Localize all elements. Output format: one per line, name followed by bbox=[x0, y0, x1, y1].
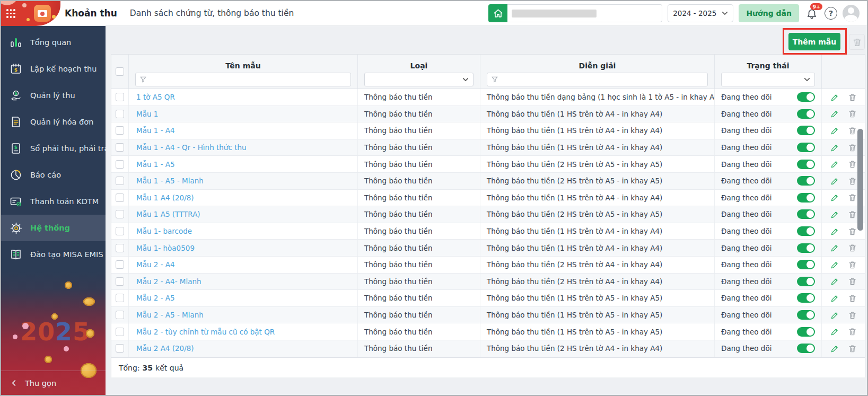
row-checkbox[interactable] bbox=[116, 277, 124, 286]
delete-icon[interactable] bbox=[848, 260, 857, 269]
sidebar-item-bao-cao[interactable]: Báo cáo bbox=[1, 162, 106, 188]
edit-icon[interactable] bbox=[830, 177, 839, 186]
template-name-link[interactable]: Mẫu 1 bbox=[136, 110, 158, 118]
row-checkbox[interactable] bbox=[116, 294, 124, 302]
sidebar-item-thanh-toan-kdtm[interactable]: Thanh toán KDTM New bbox=[1, 188, 106, 215]
delete-icon[interactable] bbox=[848, 93, 857, 102]
status-toggle[interactable] bbox=[797, 92, 815, 102]
template-name-link[interactable]: Mẫu 1 - A4 - Qr - Hình thức thu bbox=[136, 143, 247, 152]
row-checkbox[interactable] bbox=[116, 260, 124, 269]
row-checkbox[interactable] bbox=[116, 244, 124, 252]
sidebar-item-lap-ke-hoach-thu[interactable]: $ Lập kế hoạch thu bbox=[1, 56, 106, 82]
delete-icon[interactable] bbox=[848, 344, 857, 353]
template-name-link[interactable]: Mẫu 1 - A5 bbox=[136, 160, 175, 169]
edit-icon[interactable] bbox=[830, 109, 839, 118]
template-name-link[interactable]: Mẫu 1 A5 (TTTRA) bbox=[136, 210, 200, 218]
row-checkbox[interactable] bbox=[116, 126, 124, 135]
notification-bell-icon[interactable]: 9+ bbox=[804, 5, 819, 21]
row-checkbox[interactable] bbox=[116, 344, 124, 353]
status-toggle[interactable] bbox=[797, 293, 815, 303]
delete-icon[interactable] bbox=[848, 327, 857, 336]
vertical-scrollbar[interactable] bbox=[857, 91, 863, 355]
delete-icon[interactable] bbox=[848, 126, 857, 135]
status-toggle[interactable] bbox=[797, 226, 815, 236]
status-toggle[interactable] bbox=[797, 243, 815, 253]
edit-icon[interactable] bbox=[830, 243, 839, 252]
delete-icon[interactable] bbox=[848, 311, 857, 320]
row-checkbox[interactable] bbox=[116, 328, 124, 336]
status-toggle[interactable] bbox=[797, 143, 815, 152]
status-toggle[interactable] bbox=[797, 344, 815, 353]
template-name-link[interactable]: 1 tờ A5 QR bbox=[136, 93, 175, 101]
sidebar-item-he-thong[interactable]: Hệ thống bbox=[1, 215, 106, 241]
edit-icon[interactable] bbox=[830, 294, 839, 303]
delete-icon[interactable] bbox=[848, 109, 857, 118]
row-checkbox[interactable] bbox=[116, 311, 124, 319]
template-name-link[interactable]: Mẫu 2 - tùy chỉnh từ mẫu cũ có bật QR bbox=[136, 328, 275, 336]
home-button[interactable] bbox=[488, 4, 507, 22]
sidebar-item-dao-tao-misa-emis[interactable]: Đào tạo MISA EMIS bbox=[1, 241, 106, 268]
template-name-link[interactable]: Mẫu 2 - A5 bbox=[136, 294, 175, 302]
collapse-sidebar-button[interactable]: Thu gọn bbox=[1, 371, 106, 395]
delete-icon[interactable] bbox=[848, 193, 857, 202]
row-checkbox[interactable] bbox=[116, 177, 124, 185]
status-toggle[interactable] bbox=[797, 327, 815, 337]
delete-icon[interactable] bbox=[848, 227, 857, 236]
scrollbar-thumb[interactable] bbox=[857, 129, 863, 231]
template-name-link[interactable]: Mẫu 2 - A5 - Mlanh bbox=[136, 311, 204, 319]
edit-icon[interactable] bbox=[830, 344, 839, 353]
row-checkbox[interactable] bbox=[116, 210, 124, 218]
edit-icon[interactable] bbox=[830, 160, 839, 169]
status-toggle[interactable] bbox=[797, 176, 815, 186]
row-checkbox[interactable] bbox=[116, 93, 124, 101]
row-checkbox[interactable] bbox=[116, 160, 124, 169]
sidebar-item-quan-ly-thu[interactable]: $ Quản lý thu bbox=[1, 82, 106, 109]
description-filter-input[interactable] bbox=[487, 73, 708, 86]
template-name-link[interactable]: Mẫu 1 - A5 - Mlanh bbox=[136, 177, 204, 185]
edit-icon[interactable] bbox=[830, 193, 839, 202]
delete-icon[interactable] bbox=[848, 243, 857, 252]
template-name-link[interactable]: Mẫu 1 A4 (20/8) bbox=[136, 193, 194, 202]
status-toggle[interactable] bbox=[797, 310, 815, 320]
edit-icon[interactable] bbox=[830, 277, 839, 286]
school-search-input[interactable] bbox=[507, 4, 662, 22]
bulk-delete-button[interactable] bbox=[849, 34, 865, 50]
delete-icon[interactable] bbox=[848, 177, 857, 186]
status-toggle[interactable] bbox=[797, 260, 815, 269]
delete-icon[interactable] bbox=[848, 160, 857, 169]
app-launcher-icon[interactable] bbox=[6, 9, 15, 18]
row-checkbox[interactable] bbox=[116, 143, 124, 152]
row-checkbox[interactable] bbox=[116, 193, 124, 202]
edit-icon[interactable] bbox=[830, 143, 839, 152]
edit-icon[interactable] bbox=[830, 227, 839, 236]
template-name-link[interactable]: Mẫu 1 - A4 bbox=[136, 126, 175, 135]
template-name-link[interactable]: Mẫu 2 A4 (20/8) bbox=[136, 344, 194, 353]
name-filter-input[interactable] bbox=[135, 73, 351, 86]
status-toggle[interactable] bbox=[797, 160, 815, 169]
help-icon[interactable]: ? bbox=[825, 7, 837, 20]
row-checkbox[interactable] bbox=[116, 110, 124, 118]
template-name-link[interactable]: Mẫu 2 - A4 bbox=[136, 260, 175, 269]
status-filter-select[interactable] bbox=[721, 73, 815, 86]
edit-icon[interactable] bbox=[830, 210, 839, 219]
sidebar-item-quan-ly-hoa-don[interactable]: Quản lý hóa đơn bbox=[1, 109, 106, 135]
row-checkbox[interactable] bbox=[116, 227, 124, 235]
school-year-select[interactable]: 2024 - 2025 bbox=[668, 4, 733, 22]
delete-icon[interactable] bbox=[848, 294, 857, 303]
edit-icon[interactable] bbox=[830, 93, 839, 102]
template-name-link[interactable]: Mẫu 1- barcode bbox=[136, 227, 192, 235]
delete-icon[interactable] bbox=[848, 143, 857, 152]
edit-icon[interactable] bbox=[830, 126, 839, 135]
avatar[interactable] bbox=[843, 5, 860, 22]
sidebar-item-so-phai-thu-phai-tra[interactable]: $ Sổ phải thu, phải trả bbox=[1, 135, 106, 162]
add-template-button[interactable]: Thêm mẫu bbox=[788, 33, 840, 50]
delete-icon[interactable] bbox=[848, 277, 857, 286]
sidebar-item-tong-quan[interactable]: Tổng quan bbox=[1, 29, 106, 56]
status-toggle[interactable] bbox=[797, 209, 815, 219]
template-name-link[interactable]: Mẫu 2 - A4- Mlanh bbox=[136, 277, 201, 286]
status-toggle[interactable] bbox=[797, 126, 815, 135]
status-toggle[interactable] bbox=[797, 277, 815, 286]
select-all-checkbox[interactable] bbox=[116, 67, 124, 76]
edit-icon[interactable] bbox=[830, 327, 839, 336]
type-filter-select[interactable] bbox=[364, 73, 474, 86]
